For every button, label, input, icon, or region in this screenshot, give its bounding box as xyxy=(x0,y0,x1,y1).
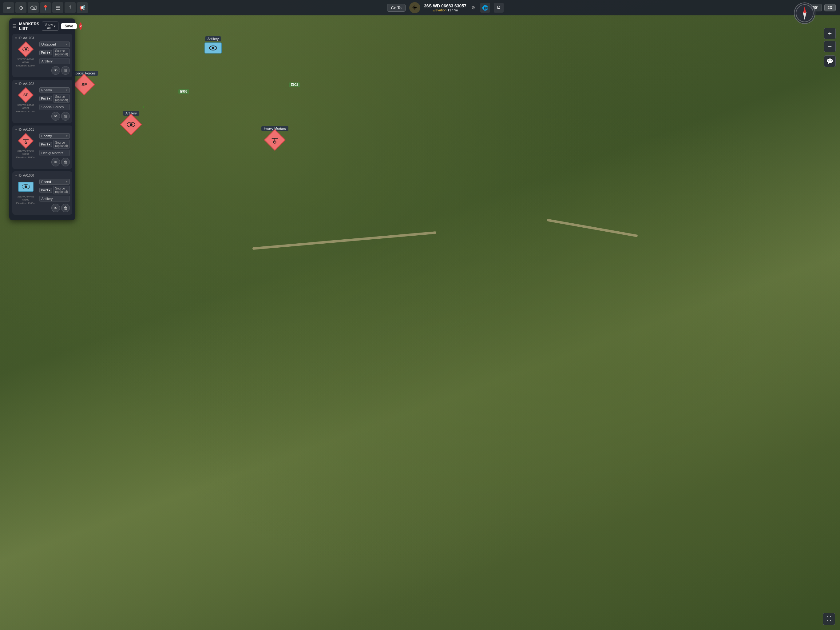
edit-icon-aa1000: ✏ xyxy=(15,174,17,177)
marker-item-aa1001: ✏ ID: AA1001 xyxy=(12,125,72,169)
marker-header-aa1003: ✏ ID: AA1003 xyxy=(15,36,70,40)
edit-icon-aa1001: ✏ xyxy=(15,128,17,131)
marker-id-aa1001: ID: AA1001 xyxy=(19,128,34,131)
marker-name-aa1001: Heavy Mortars xyxy=(39,150,70,156)
road-label-1: E903 xyxy=(178,89,189,94)
map-marker-heavy-mortars-icon xyxy=(271,135,279,145)
type-select-aa1003[interactable]: Point ▾ xyxy=(39,50,52,55)
map-marker-sf-text: SF xyxy=(82,82,87,87)
target-tool-btn[interactable]: ⊕ xyxy=(15,2,27,13)
map-marker-heavy-mortars[interactable]: Heavy Mortars xyxy=(261,126,288,148)
tag-select-aa1000[interactable]: Friend ▾ xyxy=(39,179,70,185)
save-button[interactable]: Save xyxy=(61,23,77,29)
marker-coords-aa1001: 36S WD 07267 62965 Elevation: 1056m xyxy=(15,149,37,159)
marker-symbol-container-aa1001: 36S WD 07267 62965 Elevation: 1056m xyxy=(15,133,37,159)
delete-btn-aa1000[interactable]: 🗑 xyxy=(61,204,70,212)
view-btn-aa1002[interactable]: 👁 xyxy=(51,112,60,120)
marker-symbol-container-aa1000: 36S WD 07455 64098 Elevation: 1103m xyxy=(15,179,37,205)
marker-controls-aa1000: Friend ▾ Point ▾ Source (optional) Artil… xyxy=(39,179,70,212)
type-row-aa1003: Point ▾ Source (optional) xyxy=(39,48,70,57)
marker-body-aa1001: 36S WD 07267 62965 Elevation: 1056m Enem… xyxy=(15,133,70,166)
pin-tool-btn[interactable]: 📍 xyxy=(40,2,51,13)
marker-header-aa1000: ✏ ID: AA1000 xyxy=(15,174,70,177)
road-label-2: E903 xyxy=(289,82,300,87)
marker-header-aa1001: ✏ ID: AA1001 xyxy=(15,128,70,131)
diamond-aa1003 xyxy=(18,41,33,57)
marker-id-aa1002: ID: AA1002 xyxy=(19,82,34,85)
marker-symbol-container-aa1002: SF 36S WD 06547 63321 Elevation: 1111m xyxy=(15,87,37,113)
marker-body-aa1002: SF 36S WD 06547 63321 Elevation: 1111m E… xyxy=(15,87,70,120)
crosshair: + xyxy=(142,104,145,110)
tag-row-aa1000: Friend ▾ xyxy=(39,179,70,185)
delete-btn-aa1003[interactable]: 🗑 xyxy=(61,66,70,75)
marker-body-aa1003: 36S WD 06661 62904 Elevation: 1224m Unta… xyxy=(15,41,70,75)
draw-tool-btn[interactable]: ✏ xyxy=(3,2,14,13)
toolbar-left: ✏ ⊕ ⌫ 📍 ☰ ⤴ 📢 xyxy=(0,2,91,13)
marker-controls-aa1001: Enemy ▾ Point ▾ Source (optional) Heavy … xyxy=(39,133,70,166)
marker-actions-aa1000: 👁 🗑 xyxy=(39,204,70,212)
marker-name-aa1000: Artillery xyxy=(39,196,70,202)
panel-icon: ☰ xyxy=(12,24,17,29)
type-select-aa1002[interactable]: Point ▾ xyxy=(39,96,52,101)
list-tool-btn[interactable]: ☰ xyxy=(52,2,63,13)
type-row-aa1002: Point ▾ Source (optional) xyxy=(39,94,70,103)
marker-id-aa1003: ID: AA1003 xyxy=(19,36,34,40)
tag-row-aa1002: Enemy ▾ xyxy=(39,87,70,93)
delete-btn-aa1002[interactable]: 🗑 xyxy=(61,112,70,120)
tag-select-aa1003[interactable]: Untagged ▾ xyxy=(39,41,70,47)
marker-name-aa1002: Special Forces xyxy=(39,104,70,110)
marker-header-aa1002: ✏ ID: AA1002 xyxy=(15,82,70,85)
marker-symbol-aa1001 xyxy=(18,133,33,149)
source-input-aa1003[interactable]: Source (optional) xyxy=(53,48,70,57)
friend-artillery-symbol xyxy=(18,182,33,192)
goto-button[interactable]: Go To xyxy=(387,4,406,12)
marker-coords-aa1002: 36S WD 06547 63321 Elevation: 1111m xyxy=(15,104,37,113)
delete-btn-aa1001[interactable]: 🗑 xyxy=(61,158,70,166)
source-input-aa1001[interactable]: Source (optional) xyxy=(53,140,70,149)
speaker-tool-btn[interactable]: 📢 xyxy=(77,2,88,13)
edit-icon-aa1002: ✏ xyxy=(15,82,17,85)
panel-header: ☰ MARKERS LIST Show All ▾ Save × xyxy=(12,22,72,31)
marker-controls-aa1003: Untagged ▾ Point ▾ Source (optional) Art… xyxy=(39,41,70,75)
toolbar: ✏ ⊕ ⌫ 📍 ☰ ⤴ 📢 Go To ☀ 36S WD 06683 63057… xyxy=(0,0,420,15)
diamond-aa1002: SF xyxy=(18,87,33,103)
route-tool-btn[interactable]: ⤴ xyxy=(65,2,76,13)
marker-item-aa1003: ✏ ID: AA1003 36S WD 06661 62904 Ele xyxy=(12,34,72,77)
show-all-button[interactable]: Show All ▾ xyxy=(42,22,59,31)
source-input-aa1000[interactable]: Source (optional) xyxy=(53,186,70,195)
map-marker-artillery-friend[interactable]: Artillery xyxy=(204,36,222,54)
marker-item-aa1000: ✏ ID: AA1000 36S WD 07455 64098 Elevatio… xyxy=(12,171,72,215)
source-input-aa1002[interactable]: Source (optional) xyxy=(53,94,70,103)
markers-panel: ☰ MARKERS LIST Show All ▾ Save × ✏ ID: A… xyxy=(9,19,75,220)
marker-actions-aa1002: 👁 🗑 xyxy=(39,112,70,120)
type-select-aa1000[interactable]: Point ▾ xyxy=(39,188,52,193)
view-btn-aa1001[interactable]: 👁 xyxy=(51,158,60,166)
marker-coords-aa1000: 36S WD 07455 64098 Elevation: 1103m xyxy=(15,195,37,205)
marker-actions-aa1001: 👁 🗑 xyxy=(39,158,70,166)
sun-icon: ☀ xyxy=(409,2,420,13)
map-marker-artillery-enemy[interactable]: Artillery xyxy=(123,111,139,132)
map-marker-sf-symbol: SF xyxy=(74,74,95,96)
erase-tool-btn[interactable]: ⌫ xyxy=(28,2,39,13)
marker-symbol-container-aa1003: 36S WD 06661 62904 Elevation: 1224m xyxy=(15,41,37,67)
toolbar-center: Go To ☀ 36S WD 06683 63057 Elevation 117… xyxy=(91,2,420,13)
type-select-aa1001[interactable]: Point ▾ xyxy=(39,142,52,147)
marker-symbol-aa1002: SF xyxy=(18,87,33,103)
view-btn-aa1003[interactable]: 👁 xyxy=(51,66,60,75)
marker-id-aa1000: ID: AA1000 xyxy=(19,174,34,177)
tag-select-aa1001[interactable]: Enemy ▾ xyxy=(39,133,70,139)
marker-name-aa1003: Artillery xyxy=(39,58,70,64)
tag-select-aa1002[interactable]: Enemy ▾ xyxy=(39,87,70,93)
type-row-aa1000: Point ▾ Source (optional) xyxy=(39,186,70,195)
tag-row-aa1003: Untagged ▾ xyxy=(39,41,70,47)
marker-controls-aa1002: Enemy ▾ Point ▾ Source (optional) Specia… xyxy=(39,87,70,120)
diamond-aa1001 xyxy=(18,133,33,149)
map-marker-artillery-enemy-icon xyxy=(127,122,135,127)
map-marker-heavy-mortars-symbol xyxy=(264,129,286,151)
marker-symbol-aa1000 xyxy=(18,179,33,195)
marker-symbol-aa1003 xyxy=(18,41,33,57)
view-btn-aa1000[interactable]: 👁 xyxy=(51,204,60,212)
type-row-aa1001: Point ▾ Source (optional) xyxy=(39,140,70,149)
marker-actions-aa1003: 👁 🗑 xyxy=(39,66,70,75)
tag-row-aa1001: Enemy ▾ xyxy=(39,133,70,139)
